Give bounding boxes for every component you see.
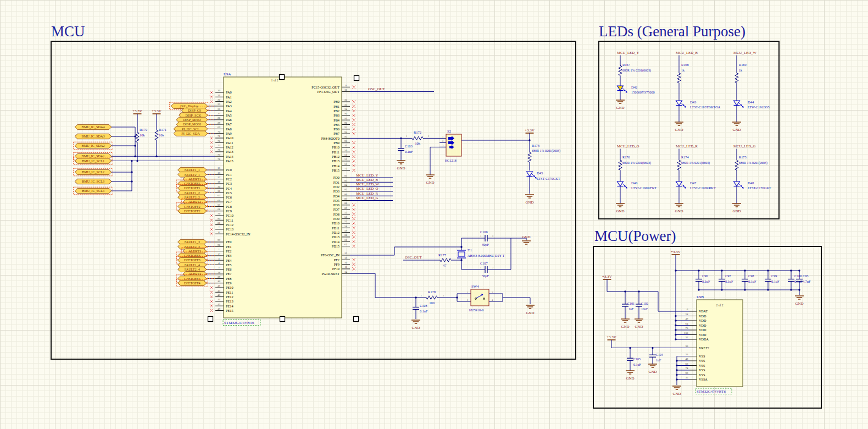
svg-text:ABM3-8.000MHZ-D2Y-T: ABM3-8.000MHZ-D2Y-T (468, 254, 504, 257)
gnd-label: GND (626, 376, 634, 381)
pin-PC15-OSC32_OUT: PC15-OSC32_OUT (311, 85, 340, 89)
pin-PC0: PC0 (226, 168, 232, 172)
fault-ports-bank2[interactable]: FAULT1_3FAULT2_3ALERT3CFETOFF3DFETOFF3FA… (176, 239, 215, 287)
designator-D43: D43 (690, 100, 696, 104)
pin-PA10: PA10 (226, 136, 233, 140)
gnd-label: GND (525, 200, 533, 205)
svg-text:52: 52 (344, 158, 347, 161)
part-SW4: 1825910-6 (469, 308, 483, 312)
designator-D45: D45 (537, 171, 543, 175)
svg-text:82: 82 (344, 174, 347, 177)
designator-C102: C102 (641, 302, 648, 305)
no-connect-mark (352, 133, 355, 135)
pin-PC4: PC4 (226, 186, 232, 190)
crystal-symbol (458, 252, 465, 256)
svg-text:1: 1 (467, 291, 468, 294)
no-connect-mark (210, 150, 213, 153)
pin-PA14: PA14 (226, 155, 234, 158)
designator-R169: R169 (739, 63, 747, 67)
svg-text:1: 1 (421, 294, 422, 297)
pin-PF1-OSC_OUT: PF1-OSC_OUT (317, 90, 340, 94)
pin-PC7: PC7 (226, 200, 232, 204)
svg-text:11: 11 (344, 266, 347, 268)
pin-PE4: PE4 (226, 258, 232, 262)
svg-text:48: 48 (686, 358, 689, 360)
svg-text:94: 94 (344, 131, 347, 134)
no-connect-mark (352, 263, 355, 266)
svg-text:83: 83 (344, 179, 347, 182)
pin-u9b-VSSA-35: VSSA (699, 377, 708, 381)
svg-text:47: 47 (344, 144, 347, 147)
schematic-canvas[interactable]: U9A1 of 2STM32G474VBT6PA020PA121PA222PA3… (0, 0, 868, 429)
port-label: DFETOFF3 (184, 258, 201, 262)
boot0-circuit[interactable]: GNDC1030.1uFR17210k12123S2EG1218GND+3.3V… (350, 128, 560, 205)
port-label: ALERT3 (188, 249, 201, 253)
svg-text:44: 44 (218, 298, 220, 301)
pin-u9b-VDD-100: VDD (699, 333, 706, 337)
net-label-MCU_LED_W: MCU_LED_W (733, 51, 756, 54)
net-label-OSC_OUT: OSC_OUT (368, 87, 385, 91)
designator-R171: R171 (159, 128, 166, 131)
svg-text:87: 87 (344, 197, 347, 200)
port-label: BMU_IC_SDA4 (82, 125, 105, 129)
svg-text:40: 40 (218, 280, 220, 283)
designator-R176: R176 (622, 155, 630, 159)
svg-text:75: 75 (686, 327, 689, 329)
pin-PC10: PC10 (226, 213, 233, 217)
u9a-designator: U9A (224, 72, 231, 76)
pin-PD8: PD8 (333, 212, 340, 216)
no-connect-mark (210, 136, 213, 139)
svg-text:14: 14 (344, 271, 347, 273)
no-connect-mark (210, 309, 213, 312)
pin-PB4: PB4 (333, 118, 340, 122)
svg-text:68: 68 (218, 208, 220, 211)
u9a-body[interactable] (224, 77, 342, 318)
fault-ports-bank1[interactable]: FAULT1_1FAULT2_1ALERT1CFETOFF1DFETOFF1FA… (176, 167, 215, 213)
svg-text:0.1uF: 0.1uF (771, 279, 780, 283)
pin-PA4: PA4 (226, 109, 232, 113)
svg-text:77: 77 (218, 153, 220, 156)
crystal-circuit[interactable]: Y1ABM3-8.000MHZ-D2Y-TC10630pF12C10730pF1… (350, 230, 531, 278)
svg-text:2: 2 (492, 266, 493, 269)
pin-PD7: PD7 (333, 207, 340, 211)
display-ports[interactable]: D/C_DisplayDISP_CSDISP_SCKDISP_MISODISP_… (170, 102, 215, 136)
part-S2: EG1218 (445, 158, 457, 162)
pin-PC8: PC8 (226, 205, 232, 208)
pin-PD15: PD15 (332, 244, 340, 248)
pin-PB5: PB5 (333, 123, 340, 127)
pin-PC1: PC1 (226, 173, 232, 177)
designator-R168: R168 (681, 63, 689, 67)
designator-R170: R170 (140, 128, 147, 131)
no-connect-mark (352, 164, 355, 167)
port-label: CFETOFF2 (184, 205, 200, 208)
port-label: ALERT1 (188, 177, 201, 181)
power-section[interactable]: +3.3VC960.1uFC970.1uFC980.1uFC990.1uFC10… (602, 250, 811, 396)
no-connect-mark (210, 219, 213, 222)
gnd-label: GND (795, 301, 803, 306)
svg-text:64: 64 (686, 322, 689, 325)
svg-text:1: 1 (480, 266, 481, 269)
sw4-body[interactable] (471, 289, 489, 306)
no-connect-mark (352, 213, 355, 216)
no-connect-mark (352, 128, 355, 130)
designator-R177: R177 (438, 253, 447, 257)
svg-text:0.1uF: 0.1uF (748, 279, 756, 283)
svg-text:80: 80 (218, 217, 220, 220)
mcu-u9a[interactable]: U9A1 of 2STM32G474VBT6PA020PA121PA222PA3… (208, 72, 359, 326)
svg-text:78: 78 (218, 158, 220, 161)
svg-text:4: 4 (218, 262, 220, 265)
pin-PE15: PE15 (226, 309, 233, 312)
port-label: FAULT2_2 (185, 195, 200, 199)
power-label: +3.3V (132, 109, 142, 113)
osc-out-net[interactable]: OSC_OUT (350, 87, 434, 92)
designator-D48: D48 (748, 181, 754, 185)
designator-D46: D46 (631, 181, 638, 185)
leds-section[interactable]: MCU_LED_YR167680R 1% 0201(0603)D42150060… (616, 51, 771, 213)
port-label: CFETOFF1 (184, 182, 200, 185)
designator-C104: C104 (656, 353, 663, 356)
reset-circuit[interactable]: GNDC1080.1uFR17810012SW41825910-61234GND (350, 273, 535, 329)
no-connect-mark (352, 160, 355, 162)
mcu-led-nets[interactable]: MCU_LED_YMCU_LED_BMCU_LED_WMCU_LED_OMCU_… (350, 173, 393, 201)
net-label-OSC_OUT-2: OSC_OUT (405, 255, 422, 259)
designator-SW4: SW4 (471, 284, 479, 288)
